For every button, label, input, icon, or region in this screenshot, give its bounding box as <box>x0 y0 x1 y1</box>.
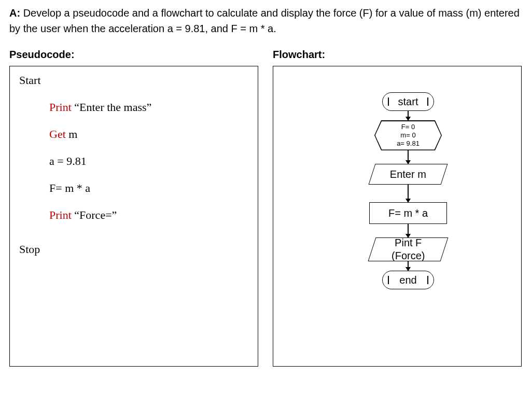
question-body: Develop a pseudocode and a flowchart to … <box>9 7 520 34</box>
pseudocode-column: Pseudocode: Start Print “Enter the mass”… <box>9 49 258 367</box>
pseudo-assign-f: F= m * a <box>49 181 248 195</box>
pseudo-get-m: Get m <box>49 128 248 141</box>
question-label: A: <box>9 7 20 19</box>
arrow-icon <box>408 150 409 164</box>
flow-process-rect: F= m * a <box>369 202 447 224</box>
keyword-get: Get <box>49 128 66 141</box>
flow-output-text: Pint F (Force) <box>392 236 425 262</box>
print-prompt-text: “Enter the mass” <box>72 101 152 114</box>
pseudo-print-force: Print “Force=” <box>49 208 248 222</box>
flow-init-preparation: F= 0 m= 0 a= 9.81 <box>374 120 442 150</box>
keyword-print-2: Print <box>49 208 72 221</box>
flow-end-label: end <box>399 274 416 287</box>
flow-start-terminator: start <box>382 92 434 111</box>
keyword-print: Print <box>49 101 72 114</box>
arrow-icon <box>408 261 409 271</box>
pseudocode-title: Pseudocode: <box>9 49 258 61</box>
pseudo-start: Start <box>19 74 248 87</box>
arrow-icon <box>408 185 409 202</box>
flowchart-column: Flowchart: start F= 0 m= 0 a= 9.81 Enter… <box>273 49 522 367</box>
flow-output-parallelogram: Pint F (Force) <box>368 237 449 261</box>
flow-process-text: F= m * a <box>388 207 428 220</box>
pseudo-stop: Stop <box>19 243 248 256</box>
arrow-icon <box>408 224 409 237</box>
pseudo-print-prompt: Print “Enter the mass” <box>49 101 248 114</box>
flow-end-terminator: end <box>382 271 434 289</box>
question-text: A: Develop a pseudocode and a flowchart … <box>9 5 522 36</box>
pseudo-assign-a: a = 9.81 <box>49 155 248 168</box>
flow-input-text: Enter m <box>390 168 426 181</box>
print-force-text: “Force=” <box>72 208 117 221</box>
flow-init-text: F= 0 m= 0 a= 9.81 <box>375 121 441 150</box>
flowchart-title: Flowchart: <box>273 49 522 61</box>
flow-input-parallelogram: Enter m <box>369 164 448 185</box>
flowchart-box: start F= 0 m= 0 a= 9.81 Enter m F= m * a <box>273 66 522 367</box>
flow-start-label: start <box>398 95 418 108</box>
get-m-text: m <box>66 128 78 141</box>
arrow-icon <box>408 111 409 120</box>
pseudocode-box: Start Print “Enter the mass” Get m a = 9… <box>9 66 258 367</box>
